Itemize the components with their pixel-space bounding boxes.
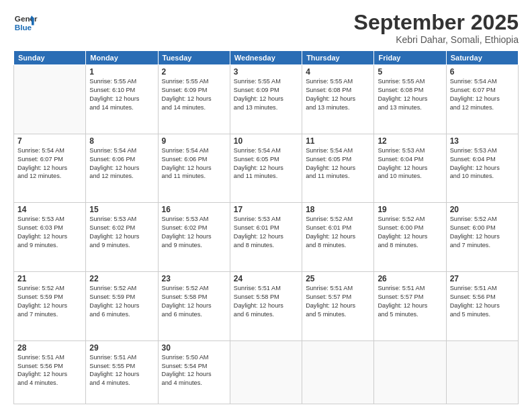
- subtitle: Kebri Dahar, Somali, Ethiopia: [354, 34, 519, 45]
- title-block: September 2025 Kebri Dahar, Somali, Ethi…: [354, 11, 519, 45]
- day-info: Sunrise: 5:52 AMSunset: 6:00 PMDaylight:…: [378, 215, 442, 250]
- page: General Blue September 2025 Kebri Dahar,…: [0, 0, 532, 411]
- logo: General Blue: [13, 11, 38, 35]
- day-number: 10: [234, 136, 298, 146]
- col-thursday: Thursday: [302, 51, 374, 65]
- table-cell: 11Sunrise: 5:54 AMSunset: 6:05 PMDayligh…: [302, 134, 374, 203]
- day-number: 4: [306, 67, 370, 77]
- day-number: 30: [162, 343, 226, 353]
- day-info: Sunrise: 5:52 AMSunset: 5:59 PMDaylight:…: [17, 284, 82, 319]
- day-number: 23: [162, 274, 226, 283]
- col-saturday: Saturday: [446, 51, 518, 65]
- day-info: Sunrise: 5:53 AMSunset: 6:03 PMDaylight:…: [17, 215, 82, 250]
- day-number: 1: [89, 67, 154, 77]
- day-info: Sunrise: 5:52 AMSunset: 5:58 PMDaylight:…: [162, 284, 226, 319]
- day-info: Sunrise: 5:50 AMSunset: 5:54 PMDaylight:…: [162, 353, 226, 388]
- day-number: 2: [162, 67, 226, 77]
- day-number: 3: [234, 67, 298, 77]
- day-info: Sunrise: 5:53 AMSunset: 6:01 PMDaylight:…: [234, 215, 298, 250]
- table-cell: 6Sunrise: 5:54 AMSunset: 6:07 PMDaylight…: [446, 65, 518, 134]
- header: General Blue September 2025 Kebri Dahar,…: [13, 11, 519, 45]
- table-cell: 19Sunrise: 5:52 AMSunset: 6:00 PMDayligh…: [374, 203, 446, 272]
- day-info: Sunrise: 5:55 AMSunset: 6:10 PMDaylight:…: [89, 77, 154, 112]
- table-cell: 5Sunrise: 5:55 AMSunset: 6:08 PMDaylight…: [374, 65, 446, 134]
- day-info: Sunrise: 5:53 AMSunset: 6:04 PMDaylight:…: [378, 146, 442, 181]
- table-cell: 13Sunrise: 5:53 AMSunset: 6:04 PMDayligh…: [446, 134, 518, 203]
- table-cell: 20Sunrise: 5:52 AMSunset: 6:00 PMDayligh…: [446, 203, 518, 272]
- day-number: 21: [17, 274, 82, 283]
- table-cell: 23Sunrise: 5:52 AMSunset: 5:58 PMDayligh…: [158, 272, 230, 341]
- table-cell: 27Sunrise: 5:51 AMSunset: 5:56 PMDayligh…: [446, 272, 518, 341]
- col-tuesday: Tuesday: [158, 51, 230, 65]
- table-cell: 8Sunrise: 5:54 AMSunset: 6:06 PMDaylight…: [86, 134, 158, 203]
- week-row-5: 28Sunrise: 5:51 AMSunset: 5:56 PMDayligh…: [14, 340, 519, 404]
- day-number: 18: [306, 205, 370, 214]
- svg-text:General: General: [15, 14, 38, 23]
- day-number: 17: [234, 205, 298, 214]
- table-cell: 2Sunrise: 5:55 AMSunset: 6:09 PMDaylight…: [158, 65, 230, 134]
- day-number: 9: [162, 136, 226, 146]
- table-cell: 30Sunrise: 5:50 AMSunset: 5:54 PMDayligh…: [158, 340, 230, 404]
- day-info: Sunrise: 5:51 AMSunset: 5:57 PMDaylight:…: [378, 284, 442, 319]
- day-info: Sunrise: 5:51 AMSunset: 5:57 PMDaylight:…: [306, 284, 370, 319]
- table-cell: 17Sunrise: 5:53 AMSunset: 6:01 PMDayligh…: [230, 203, 302, 272]
- day-number: 5: [378, 67, 442, 77]
- day-number: 7: [17, 136, 82, 146]
- table-cell: 1Sunrise: 5:55 AMSunset: 6:10 PMDaylight…: [86, 65, 158, 134]
- day-number: 19: [378, 205, 442, 214]
- calendar: Sunday Monday Tuesday Wednesday Thursday…: [13, 50, 519, 404]
- day-number: 16: [162, 205, 226, 214]
- day-number: 8: [89, 136, 154, 146]
- day-info: Sunrise: 5:55 AMSunset: 6:08 PMDaylight:…: [378, 77, 442, 112]
- day-info: Sunrise: 5:54 AMSunset: 6:06 PMDaylight:…: [89, 146, 154, 181]
- day-info: Sunrise: 5:53 AMSunset: 6:02 PMDaylight:…: [162, 215, 226, 250]
- day-number: 14: [17, 205, 82, 214]
- day-number: 15: [89, 205, 154, 214]
- day-info: Sunrise: 5:54 AMSunset: 6:05 PMDaylight:…: [234, 146, 298, 181]
- table-cell: 9Sunrise: 5:54 AMSunset: 6:06 PMDaylight…: [158, 134, 230, 203]
- table-cell: [446, 340, 518, 404]
- day-info: Sunrise: 5:54 AMSunset: 6:07 PMDaylight:…: [450, 77, 515, 112]
- table-cell: 7Sunrise: 5:54 AMSunset: 6:07 PMDaylight…: [14, 134, 86, 203]
- table-cell: 29Sunrise: 5:51 AMSunset: 5:55 PMDayligh…: [86, 340, 158, 404]
- table-cell: 4Sunrise: 5:55 AMSunset: 6:08 PMDaylight…: [302, 65, 374, 134]
- week-row-3: 14Sunrise: 5:53 AMSunset: 6:03 PMDayligh…: [14, 203, 519, 272]
- day-info: Sunrise: 5:53 AMSunset: 6:04 PMDaylight:…: [450, 146, 515, 181]
- table-cell: [230, 340, 302, 404]
- day-number: 29: [89, 343, 154, 353]
- day-number: 28: [17, 343, 82, 353]
- day-info: Sunrise: 5:51 AMSunset: 5:55 PMDaylight:…: [89, 353, 154, 388]
- table-cell: 12Sunrise: 5:53 AMSunset: 6:04 PMDayligh…: [374, 134, 446, 203]
- table-cell: 16Sunrise: 5:53 AMSunset: 6:02 PMDayligh…: [158, 203, 230, 272]
- col-wednesday: Wednesday: [230, 51, 302, 65]
- table-cell: 3Sunrise: 5:55 AMSunset: 6:09 PMDaylight…: [230, 65, 302, 134]
- day-info: Sunrise: 5:53 AMSunset: 6:02 PMDaylight:…: [89, 215, 154, 250]
- day-info: Sunrise: 5:52 AMSunset: 6:01 PMDaylight:…: [306, 215, 370, 250]
- day-number: 20: [450, 205, 515, 214]
- table-cell: 24Sunrise: 5:51 AMSunset: 5:58 PMDayligh…: [230, 272, 302, 341]
- table-cell: 28Sunrise: 5:51 AMSunset: 5:56 PMDayligh…: [14, 340, 86, 404]
- table-cell: 22Sunrise: 5:52 AMSunset: 5:59 PMDayligh…: [86, 272, 158, 341]
- week-row-4: 21Sunrise: 5:52 AMSunset: 5:59 PMDayligh…: [14, 272, 519, 341]
- day-number: 12: [378, 136, 442, 146]
- table-cell: 14Sunrise: 5:53 AMSunset: 6:03 PMDayligh…: [14, 203, 86, 272]
- svg-text:Blue: Blue: [15, 23, 32, 32]
- table-cell: 10Sunrise: 5:54 AMSunset: 6:05 PMDayligh…: [230, 134, 302, 203]
- day-number: 22: [89, 274, 154, 283]
- col-monday: Monday: [86, 51, 158, 65]
- day-number: 25: [306, 274, 370, 283]
- table-cell: [302, 340, 374, 404]
- table-cell: 15Sunrise: 5:53 AMSunset: 6:02 PMDayligh…: [86, 203, 158, 272]
- day-info: Sunrise: 5:52 AMSunset: 5:59 PMDaylight:…: [89, 284, 154, 319]
- logo-icon: General Blue: [13, 11, 38, 35]
- week-row-2: 7Sunrise: 5:54 AMSunset: 6:07 PMDaylight…: [14, 134, 519, 203]
- table-cell: 26Sunrise: 5:51 AMSunset: 5:57 PMDayligh…: [374, 272, 446, 341]
- col-friday: Friday: [374, 51, 446, 65]
- day-number: 24: [234, 274, 298, 283]
- calendar-header-row: Sunday Monday Tuesday Wednesday Thursday…: [14, 51, 519, 65]
- day-info: Sunrise: 5:55 AMSunset: 6:09 PMDaylight:…: [162, 77, 226, 112]
- day-info: Sunrise: 5:55 AMSunset: 6:08 PMDaylight:…: [306, 77, 370, 112]
- day-info: Sunrise: 5:54 AMSunset: 6:05 PMDaylight:…: [306, 146, 370, 181]
- day-info: Sunrise: 5:51 AMSunset: 5:58 PMDaylight:…: [234, 284, 298, 319]
- day-number: 27: [450, 274, 515, 283]
